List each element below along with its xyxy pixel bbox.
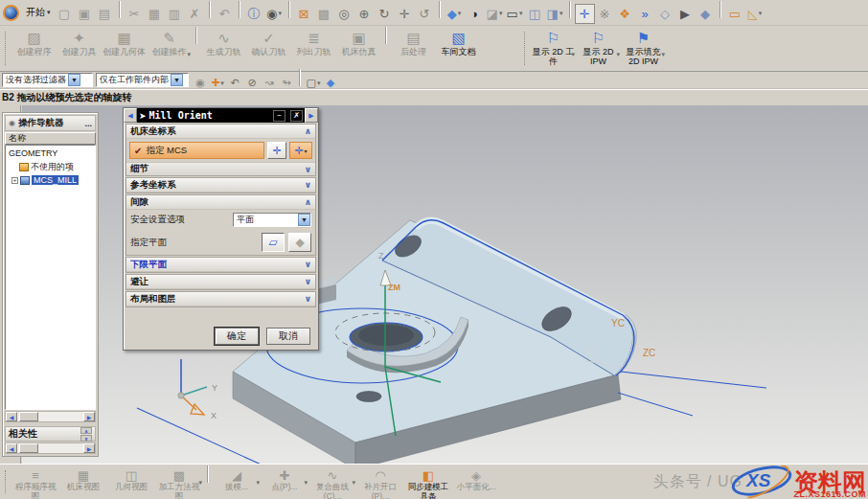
plane-constructor-button[interactable]: ◆	[288, 233, 311, 252]
dependencies-header[interactable]: 相关性 ∧ ∨	[5, 426, 96, 442]
work-part-cube-icon[interactable]: ◆	[322, 76, 339, 91]
machine-tool-view-button[interactable]: ▦机床视图	[59, 465, 107, 498]
toolbar-grip[interactable]	[5, 32, 9, 65]
expand-icon[interactable]: ∨	[305, 277, 311, 286]
save-icon[interactable]: ▤	[95, 4, 115, 24]
wireframe-style-icon[interactable]: ▭	[505, 4, 525, 24]
undo-icon[interactable]: ↶	[215, 4, 235, 24]
create-tool-button[interactable]: ✦创建刀具	[57, 27, 102, 70]
generate-toolpath-button[interactable]: ∿生成刀轨	[201, 27, 246, 70]
visual-effects-icon[interactable]: ❖	[615, 4, 635, 24]
show-2d-ipw-button[interactable]: ⚐显示 2D IPW	[576, 27, 621, 70]
collapse-up-icon[interactable]: ∧	[80, 427, 92, 434]
collapse-icon[interactable]: ∧	[305, 126, 311, 136]
layout-layers-header[interactable]: 布局和图层 ∨	[126, 292, 315, 306]
machine-simulation-button[interactable]: ▣机床仿真	[336, 27, 381, 70]
copy-icon[interactable]: ▦	[145, 4, 165, 24]
toolbar-grip[interactable]	[524, 32, 528, 65]
deselect-icon[interactable]: ↶	[226, 76, 243, 91]
plane-dialog-button[interactable]: ▱	[262, 233, 285, 252]
cut-icon[interactable]: ✂	[125, 4, 145, 24]
clip-section-2-icon[interactable]: ◨	[545, 4, 565, 24]
machine-csys-header[interactable]: 机床坐标系 ∧	[126, 125, 315, 139]
program-order-view-button[interactable]: ≡程序顺序视图	[11, 465, 59, 498]
info-icon[interactable]: ⓘ	[244, 4, 264, 24]
expand-icon[interactable]: ∨	[305, 260, 311, 269]
no-snap-icon[interactable]: ⊘	[243, 76, 261, 91]
open-file-icon[interactable]: ▣	[75, 4, 95, 24]
find-in-selection-icon[interactable]: ◉	[192, 76, 209, 91]
sync-modeling-toolbar-button[interactable]: ◧同步建模工具条	[404, 465, 452, 498]
create-geometry-button[interactable]: ▦创建几何体	[102, 27, 147, 70]
more-options-icon[interactable]: ...	[84, 119, 92, 128]
paste-icon[interactable]: ▥	[165, 4, 185, 24]
scroll-right-icon[interactable]: ▶	[83, 412, 95, 421]
shop-documentation-button[interactable]: ▧车间文档	[436, 27, 481, 70]
snap-structure-icon[interactable]: ※	[595, 4, 615, 24]
shaded-style-icon[interactable]: ◑	[465, 4, 485, 24]
dropdown-arrow-icon[interactable]: ▼	[68, 74, 80, 86]
dialog-minimize-button[interactable]: −	[273, 110, 286, 122]
safe-setting-dropdown[interactable]: 平面 ▼	[233, 213, 311, 227]
toolbar-grip[interactable]	[5, 470, 9, 493]
dialog-prev-icon[interactable]: ◀	[124, 108, 137, 123]
expand-icon[interactable]: ∨	[305, 165, 311, 174]
tree-row-mcs-mill[interactable]: + MCS_MILL	[6, 173, 95, 187]
rotate-view-icon[interactable]: ↻	[375, 4, 395, 24]
expand-icon[interactable]: ∨	[305, 294, 311, 304]
pin-icon[interactable]: ◉	[9, 119, 15, 127]
machining-method-view-button[interactable]: ▩加工方法视图	[155, 465, 203, 498]
wcs-origin-ball[interactable]	[178, 393, 184, 398]
pan-view-icon[interactable]: ✛	[395, 4, 415, 24]
measure-distance-icon[interactable]: ▭	[725, 4, 745, 24]
tree-row-unused-items[interactable]: 不使用的项	[6, 160, 95, 173]
details-header[interactable]: 细节 ∨	[126, 162, 315, 175]
collapse-down-icon[interactable]: ∨	[80, 435, 92, 442]
snap-midpoint-icon[interactable]: ◇	[655, 4, 675, 24]
specify-mcs-field[interactable]: ✔ 指定 MCS	[129, 142, 264, 159]
navigator-header[interactable]: ◉ 操作导航器 ...	[5, 115, 96, 131]
tree-row-geometry[interactable]: GEOMETRY	[6, 147, 95, 160]
verify-toolpath-button[interactable]: ✓确认刀轨	[246, 27, 291, 70]
direction-icon[interactable]: »	[635, 4, 655, 24]
scrollbar-thumb[interactable]	[19, 412, 38, 421]
expand-icon[interactable]: ∨	[305, 180, 311, 190]
display-mode-icon[interactable]: ▩	[314, 4, 334, 24]
draft-button[interactable]: ◢拔模...	[213, 465, 261, 498]
create-operation-button[interactable]: ✎创建操作	[147, 27, 192, 70]
magnifier-icon[interactable]: ◎	[334, 4, 354, 24]
clearance-header[interactable]: 间隙 ∧	[126, 195, 315, 210]
ok-button[interactable]: 确定	[215, 328, 259, 345]
start-menu-button[interactable]: 开始 ▾	[22, 4, 55, 21]
list-toolpath-button[interactable]: ≣列出刀轨	[291, 27, 336, 70]
snap-endpoint-icon[interactable]: ◆	[696, 4, 716, 24]
hidden-edges-icon[interactable]: ◪	[485, 4, 505, 24]
add-to-selection-icon[interactable]: ✚	[209, 76, 226, 91]
lower-limit-plane-header[interactable]: 下限平面 ∨	[126, 258, 315, 272]
csys-dialog-button[interactable]: ✛	[267, 142, 286, 159]
refresh-view-icon[interactable]: ↺	[415, 4, 435, 24]
collapse-icon[interactable]: ∧	[305, 197, 311, 207]
selection-type-filter-dropdown[interactable]: 没有选择过滤器 ▼	[2, 73, 93, 87]
postprocess-button[interactable]: ▤后处理	[391, 27, 436, 70]
fit-view-icon[interactable]: ⊠	[294, 4, 314, 24]
center-bore-hole[interactable]	[358, 325, 414, 346]
cursor-select-icon[interactable]: ▶	[675, 4, 696, 24]
selection-scope-dropdown[interactable]: 仅在工作部件内部 ▼	[96, 73, 189, 87]
find-icon[interactable]: ◉	[264, 4, 285, 24]
show-2d-workpiece-button[interactable]: ⚐显示 2D 工件	[531, 27, 576, 70]
dialog-next-icon[interactable]: ▶	[305, 108, 318, 123]
dependencies-scrollbar[interactable]: ◀ ▶	[5, 442, 96, 454]
facet-button[interactable]: ◈小平面化...	[452, 465, 500, 498]
clip-section-icon[interactable]: ◫	[525, 4, 545, 24]
scroll-left-icon[interactable]: ◀	[6, 443, 17, 453]
point-button[interactable]: ✚点(P)...	[261, 465, 308, 498]
cancel-button[interactable]: 取消	[266, 328, 310, 345]
show-filled-2d-ipw-button[interactable]: ⚑显示填充 2D IPW	[621, 27, 666, 70]
zoom-in-out-icon[interactable]: ⊕	[354, 4, 375, 24]
wcs-y-axis[interactable]	[181, 387, 207, 396]
new-file-icon[interactable]: ▢	[55, 4, 75, 24]
small-hole[interactable]	[356, 392, 381, 402]
dynamic-csys-icon[interactable]: ✛	[575, 4, 595, 24]
marquee-select-icon[interactable]: ▢	[305, 76, 322, 91]
